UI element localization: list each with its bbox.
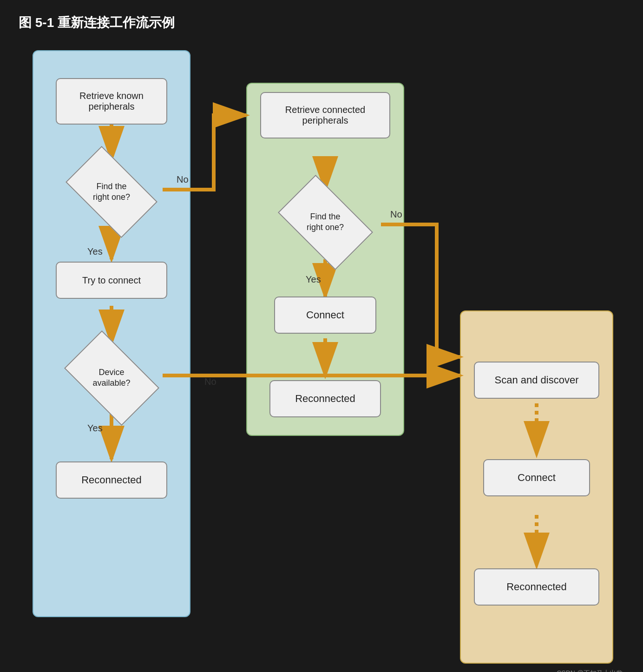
- reconnected-1-box: Reconnected: [56, 461, 167, 499]
- reconnected-2-box: Reconnected: [269, 380, 381, 417]
- retrieve-known-box: Retrieve known peripherals: [56, 78, 167, 125]
- reconnected-3-box: Reconnected: [474, 568, 599, 606]
- scan-discover-box: Scan and discover: [474, 362, 599, 399]
- find-right-1-container: Find the right one?: [56, 162, 167, 222]
- page-title: 图 5-1 重新连接工作流示例: [19, 14, 175, 32]
- svg-text:No: No: [204, 376, 217, 387]
- find-right-2-diamond: [277, 174, 373, 270]
- device-available-container: Device available?: [51, 343, 172, 413]
- retrieve-connected-box: Retrieve connected peripherals: [260, 92, 390, 138]
- connect-1-box: Connect: [274, 296, 376, 334]
- find-right-2-container: Find the right one?: [260, 187, 390, 257]
- try-connect-box: Try to connect: [56, 262, 167, 299]
- watermark: CSDN @不如马上出发: [557, 669, 623, 672]
- device-available-diamond: [64, 330, 159, 425]
- connect-2-box: Connect: [483, 459, 590, 496]
- diagram-container: Yes No Yes No Yes No Retrieve known peri…: [19, 50, 623, 664]
- blue-panel: [33, 50, 190, 617]
